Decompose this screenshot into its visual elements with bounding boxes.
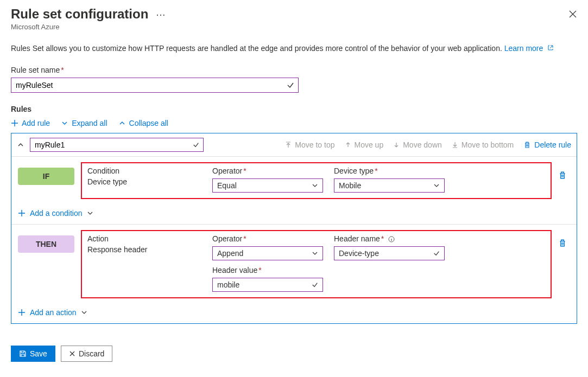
move-to-top-button: Move to top — [285, 140, 334, 149]
add-condition-button[interactable]: Add a condition — [11, 205, 577, 224]
page-subtitle: Microsoft Azure — [11, 23, 166, 31]
chevron-up-icon — [118, 119, 126, 127]
condition-highlight: Condition Device type Operator* Equal De… — [81, 162, 552, 199]
delete-action-icon[interactable] — [558, 239, 567, 247]
save-icon — [19, 350, 27, 357]
operator-label: Operator* — [212, 167, 323, 175]
arrow-top-icon — [285, 142, 292, 148]
rules-heading: Rules — [11, 105, 577, 113]
more-icon[interactable]: ··· — [156, 11, 166, 20]
chevron-down-icon — [312, 250, 318, 257]
checkmark-icon — [287, 81, 294, 89]
plus-icon — [18, 209, 26, 217]
checkmark-icon — [433, 250, 440, 257]
page-title: Rule set configuration ··· — [11, 7, 166, 22]
description-text: Rules Set allows you to customize how HT… — [11, 44, 577, 53]
add-rule-button[interactable]: Add rule — [11, 119, 50, 127]
condition-label: Condition — [87, 167, 201, 175]
move-down-button: Move down — [393, 140, 442, 149]
learn-more-link[interactable]: Learn more — [504, 44, 554, 53]
rule-card: Move to top Move up Move down Move to bo… — [11, 133, 577, 324]
info-icon[interactable] — [388, 236, 395, 242]
discard-button[interactable]: Discard — [61, 346, 112, 362]
then-badge: THEN — [18, 235, 74, 253]
arrow-up-icon — [345, 142, 351, 148]
chevron-down-icon — [312, 182, 318, 189]
plus-icon — [18, 309, 26, 316]
close-icon[interactable] — [568, 10, 577, 18]
delete-rule-button[interactable]: Delete rule — [523, 140, 571, 149]
external-link-icon — [547, 44, 554, 51]
ruleset-name-input[interactable] — [11, 78, 299, 93]
chevron-down-icon — [81, 309, 87, 316]
action-operator-label: Operator* — [212, 234, 323, 243]
action-operator-select[interactable]: Append — [212, 246, 323, 260]
device-type-select[interactable]: Mobile — [334, 178, 445, 193]
action-highlight: Action Response header Operator* Append … — [81, 230, 552, 298]
required-indicator: * — [61, 66, 64, 74]
save-button[interactable]: Save — [11, 346, 55, 362]
plus-icon — [11, 119, 18, 127]
move-up-button: Move up — [345, 140, 384, 149]
delete-condition-icon[interactable] — [558, 171, 567, 180]
add-action-button[interactable]: Add an action — [11, 304, 577, 323]
header-value-input[interactable]: mobile — [212, 278, 323, 292]
action-value: Response header — [87, 245, 201, 254]
header-value-label: Header value* — [212, 266, 323, 274]
rule-name-input[interactable] — [30, 138, 204, 152]
chevron-down-icon — [433, 182, 440, 189]
operator-select[interactable]: Equal — [212, 178, 323, 193]
move-to-bottom-button: Move to bottom — [452, 140, 514, 149]
action-label: Action — [87, 234, 201, 243]
close-icon — [69, 350, 75, 357]
ruleset-name-label: Rule set name* — [11, 66, 577, 74]
collapse-all-button[interactable]: Collapse all — [118, 119, 168, 127]
arrow-bottom-icon — [452, 142, 458, 148]
device-type-label: Device type* — [334, 167, 445, 175]
trash-icon — [523, 141, 531, 149]
collapse-rule-icon[interactable] — [17, 141, 24, 149]
header-name-input[interactable]: Device-type — [334, 246, 445, 260]
condition-value: Device type — [87, 177, 201, 186]
chevron-down-icon — [87, 210, 93, 216]
header-name-label: Header name* — [334, 234, 445, 243]
chevron-down-icon — [61, 119, 68, 127]
checkmark-icon — [193, 142, 199, 148]
if-badge: IF — [18, 168, 74, 185]
arrow-down-icon — [393, 142, 400, 148]
expand-all-button[interactable]: Expand all — [61, 119, 107, 127]
checkmark-icon — [312, 282, 318, 288]
